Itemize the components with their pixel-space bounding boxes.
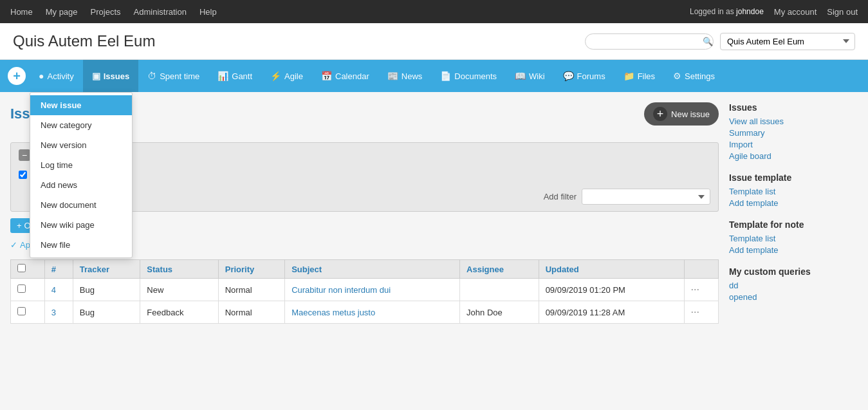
- row-id: 4: [44, 279, 73, 301]
- new-issue-plus-icon: +: [653, 107, 667, 121]
- row-checkbox[interactable]: [17, 284, 26, 293]
- tab-agile[interactable]: ⚡ Agile: [261, 60, 312, 92]
- agile-icon: ⚡: [270, 71, 281, 81]
- search-icon: 🔍: [703, 37, 713, 46]
- row-checkbox-cell: [11, 301, 45, 324]
- tab-gantt[interactable]: 📊 Gantt: [208, 60, 261, 92]
- nav-home[interactable]: Home: [10, 7, 33, 17]
- issue-subject-link[interactable]: Curabitur non interdum dui: [291, 285, 391, 295]
- page-title: Quis Autem Eel Eum: [13, 32, 155, 50]
- col-status[interactable]: Status: [140, 260, 218, 279]
- row-assignee: [460, 279, 539, 301]
- activity-icon: ●: [39, 71, 44, 81]
- add-filter-select[interactable]: [582, 189, 710, 205]
- top-navigation: Home My page Projects Administration Hel…: [0, 0, 868, 23]
- dropdown-item-new-wiki-page[interactable]: New wiki page: [30, 215, 132, 235]
- sidebar-link[interactable]: Agile board: [729, 151, 858, 161]
- tab-spent-time[interactable]: ⏱ Spent time: [138, 60, 208, 92]
- col-updated[interactable]: Updated: [539, 260, 684, 279]
- row-subject: Curabitur non interdum dui: [285, 279, 460, 301]
- col-subject[interactable]: Subject: [285, 260, 460, 279]
- dropdown-item-new-category[interactable]: New category: [30, 115, 132, 135]
- col-tracker[interactable]: Tracker: [73, 260, 140, 279]
- tab-documents[interactable]: 📄 Documents: [431, 60, 506, 92]
- sidebar-link[interactable]: Add template: [729, 198, 858, 208]
- files-icon: 📁: [623, 71, 634, 81]
- row-more: ···: [684, 301, 718, 324]
- issue-subject-link[interactable]: Maecenas metus justo: [291, 308, 375, 317]
- sidebar-link[interactable]: Summary: [729, 128, 858, 138]
- nav-help[interactable]: Help: [199, 7, 217, 17]
- tabs-bar: + New issue New category New version Log…: [0, 60, 868, 92]
- col-assignee[interactable]: Assignee: [460, 260, 539, 279]
- calendar-icon: 📅: [321, 71, 332, 81]
- sidebar-link[interactable]: View all issues: [729, 116, 858, 126]
- filter-collapse-button[interactable]: −: [19, 149, 30, 161]
- row-assignee: John Doe: [460, 301, 539, 324]
- status-filter-checkbox[interactable]: [19, 171, 27, 179]
- tab-news[interactable]: 📰 News: [378, 60, 432, 92]
- right-sidebar: IssuesView all issuesSummaryImportAgile …: [729, 102, 858, 404]
- documents-icon: 📄: [440, 71, 451, 81]
- nav-administration[interactable]: Administration: [134, 7, 187, 17]
- dropdown-menu: New issue New category New version Log t…: [30, 92, 133, 258]
- select-all-checkbox[interactable]: [17, 264, 26, 272]
- nav-projects[interactable]: Projects: [91, 7, 121, 17]
- project-selector[interactable]: Quis Autem Eel Eum: [720, 33, 855, 50]
- row-checkbox[interactable]: [17, 307, 26, 315]
- tab-wiki[interactable]: 📖 Wiki: [506, 60, 554, 92]
- dropdown-item-add-news[interactable]: Add news: [30, 175, 132, 195]
- col-checkbox: [11, 260, 45, 279]
- search-box[interactable]: 🔍: [585, 33, 714, 50]
- my-account-link[interactable]: My account: [774, 7, 817, 17]
- sidebar-section-title: My custom queries: [729, 266, 858, 277]
- page-header: Quis Autem Eel Eum 🔍 Quis Autem Eel Eum: [0, 23, 868, 60]
- tab-activity[interactable]: ● Activity: [30, 60, 83, 92]
- dropdown-item-new-document[interactable]: New document: [30, 195, 132, 215]
- dropdown-item-new-file[interactable]: New file: [30, 235, 132, 255]
- sign-out-link[interactable]: Sign out: [827, 7, 858, 17]
- sidebar-link[interactable]: dd: [729, 281, 858, 290]
- row-updated: 09/09/2019 11:28 AM: [539, 301, 684, 324]
- new-issue-button[interactable]: + New issue: [644, 102, 719, 126]
- tab-issues[interactable]: ▣ Issues: [83, 60, 138, 92]
- sidebar-link[interactable]: opened: [729, 292, 858, 302]
- settings-icon: ⚙: [673, 71, 681, 81]
- sidebar-link[interactable]: Import: [729, 140, 858, 149]
- tab-calendar[interactable]: 📅 Calendar: [312, 60, 378, 92]
- plus-button[interactable]: +: [6, 66, 27, 86]
- sidebar-section: Template for noteTemplate listAdd templa…: [729, 219, 858, 255]
- row-tracker: Bug: [73, 301, 140, 324]
- col-actions: [684, 260, 718, 279]
- tab-forums[interactable]: 💬 Forums: [554, 60, 614, 92]
- more-options-button[interactable]: ···: [691, 306, 699, 317]
- tab-files[interactable]: 📁 Files: [614, 60, 664, 92]
- row-priority: Normal: [218, 301, 284, 324]
- search-input[interactable]: [592, 37, 700, 46]
- top-nav-links: Home My page Projects Administration Hel…: [10, 7, 217, 17]
- sidebar-link[interactable]: Template list: [729, 234, 858, 243]
- row-updated: 09/09/2019 01:20 PM: [539, 279, 684, 301]
- sidebar-link[interactable]: Add template: [729, 245, 858, 255]
- row-subject: Maecenas metus justo: [285, 301, 460, 324]
- dropdown-item-log-time[interactable]: Log time: [30, 155, 132, 175]
- row-tracker: Bug: [73, 279, 140, 301]
- sidebar-section: My custom queriesddopened: [729, 266, 858, 302]
- nav-mypage[interactable]: My page: [46, 7, 78, 17]
- gantt-icon: 📊: [217, 71, 228, 81]
- tab-settings[interactable]: ⚙ Settings: [664, 60, 724, 92]
- col-priority[interactable]: Priority: [218, 260, 284, 279]
- issue-id-link[interactable]: 3: [51, 308, 56, 317]
- wiki-icon: 📖: [515, 71, 526, 81]
- new-issue-label: New issue: [671, 109, 710, 119]
- sidebar-link[interactable]: Template list: [729, 187, 858, 196]
- table-row: 3 Bug Feedback Normal Maecenas metus jus…: [11, 301, 719, 324]
- forums-icon: 💬: [563, 71, 574, 81]
- sidebar-section: Issue templateTemplate listAdd template: [729, 172, 858, 208]
- dropdown-item-new-version[interactable]: New version: [30, 135, 132, 155]
- more-options-button[interactable]: ···: [691, 284, 699, 295]
- issue-id-link[interactable]: 4: [51, 285, 56, 295]
- dropdown-item-new-issue[interactable]: New issue: [30, 95, 132, 115]
- row-status: Feedback: [140, 301, 218, 324]
- col-id[interactable]: #: [44, 260, 73, 279]
